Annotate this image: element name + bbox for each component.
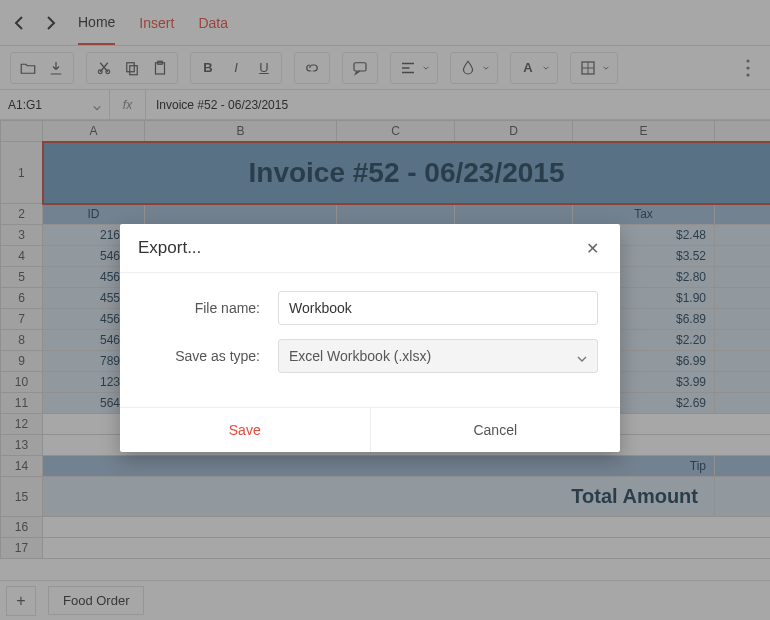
filename-label: File name:: [142, 300, 260, 316]
export-dialog: Export... ✕ File name: Save as type: Exc…: [120, 224, 620, 452]
save-button[interactable]: Save: [120, 408, 371, 452]
dialog-title: Export...: [138, 238, 201, 258]
chevron-down-icon: [577, 351, 587, 361]
spreadsheet-app: Home Insert Data B I U: [0, 0, 770, 620]
save-type-select[interactable]: Excel Workbook (.xlsx): [278, 339, 598, 373]
save-type-label: Save as type:: [142, 348, 260, 364]
filename-input[interactable]: [278, 291, 598, 325]
dialog-header: Export... ✕: [120, 224, 620, 273]
dialog-actions: Save Cancel: [120, 407, 620, 452]
dialog-body: File name: Save as type: Excel Workbook …: [120, 273, 620, 407]
close-icon[interactable]: ✕: [582, 238, 602, 258]
cancel-button[interactable]: Cancel: [371, 408, 621, 452]
save-type-value: Excel Workbook (.xlsx): [289, 348, 431, 364]
